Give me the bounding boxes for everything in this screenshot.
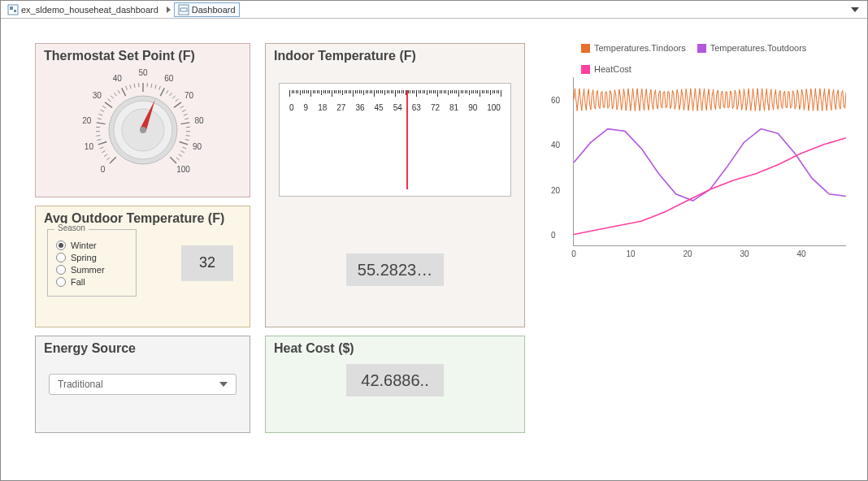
svg-line-12: [96, 136, 100, 136]
chevron-right-icon: [167, 6, 171, 13]
chart: Temperatures.TindoorsTemperatures.Toutdo…: [545, 43, 854, 271]
breadcrumb-seg-dashboard[interactable]: Dashboard: [174, 2, 240, 17]
breadcrumb-dropdown[interactable]: [851, 7, 859, 12]
radio-icon: [56, 253, 66, 262]
svg-line-55: [170, 157, 176, 163]
svg-line-32: [150, 84, 151, 88]
gauge-tick-label: 0: [289, 103, 294, 112]
svg-line-9: [99, 147, 103, 149]
radio-icon: [56, 240, 66, 250]
gauge-tick-label: 72: [431, 103, 440, 112]
svg-line-11: [97, 140, 101, 141]
thermostat-knob[interactable]: 0102030405060708090100: [36, 63, 250, 184]
energy-source-select[interactable]: Traditional: [49, 374, 237, 395]
svg-text:80: 80: [194, 116, 204, 125]
svg-line-36: [166, 90, 168, 93]
season-option-summer[interactable]: Summer: [56, 265, 128, 275]
x-tick-label: 10: [626, 249, 635, 258]
gauge-tick-label: 63: [412, 103, 421, 112]
y-tick-label: 60: [551, 95, 560, 104]
legend-label: Temperatures.Tindoors: [594, 43, 686, 53]
legend-swatch: [581, 65, 590, 74]
indoor-value: 55.2823…: [346, 254, 444, 286]
svg-text:60: 60: [164, 74, 174, 83]
svg-line-22: [111, 96, 113, 99]
season-option-fall[interactable]: Fall: [56, 277, 128, 287]
svg-line-51: [182, 147, 186, 149]
svg-line-27: [129, 84, 130, 89]
svg-line-28: [134, 84, 135, 88]
indoor-panel: Indoor Temperature (F) 09182736455463728…: [265, 43, 525, 327]
svg-text:70: 70: [184, 91, 194, 100]
svg-line-5: [109, 157, 115, 163]
energy-panel: Energy Source Traditional: [35, 336, 250, 433]
svg-line-43: [183, 114, 187, 115]
breadcrumb-label: Dashboard: [192, 5, 236, 15]
heatcost-value: 42.6886..: [346, 364, 444, 396]
radio-icon: [56, 277, 66, 287]
y-tick-label: 20: [551, 185, 560, 194]
x-tick-label: 40: [796, 249, 805, 258]
radio-icon: [56, 265, 66, 275]
gauge-tick-label: 90: [468, 103, 477, 112]
svg-line-20: [105, 102, 112, 107]
svg-line-8: [102, 151, 105, 153]
svg-line-54: [176, 158, 179, 160]
y-tick-label: 0: [551, 231, 556, 240]
radio-label: Summer: [71, 265, 105, 275]
svg-line-42: [181, 110, 185, 111]
radio-label: Winter: [71, 240, 97, 250]
svg-line-37: [169, 93, 171, 96]
svg-line-49: [184, 140, 189, 141]
svg-line-6: [106, 158, 110, 160]
season-group-label: Season: [54, 223, 89, 232]
svg-line-38: [172, 96, 175, 99]
legend-item: Temperatures.Toutdoors: [697, 43, 807, 53]
svg-text:50: 50: [138, 68, 148, 77]
svg-line-53: [178, 154, 181, 157]
legend-item: HeatCost: [581, 64, 631, 74]
gauge-tick-label: 27: [336, 103, 345, 112]
panel-title: Heat Cost ($): [266, 336, 524, 359]
svg-text:90: 90: [193, 142, 202, 151]
svg-line-17: [98, 114, 102, 115]
svg-line-33: [154, 84, 155, 89]
gauge-tick-label: 54: [393, 103, 402, 112]
svg-line-19: [102, 106, 106, 108]
breadcrumb-seg-model[interactable]: ex_sldemo_househeat_dashboard: [4, 3, 162, 16]
svg-line-39: [175, 99, 178, 102]
svg-line-10: [98, 142, 106, 145]
svg-line-25: [121, 88, 125, 96]
svg-line-45: [180, 123, 189, 124]
radio-label: Spring: [71, 253, 97, 262]
svg-line-52: [180, 151, 184, 153]
svg-line-16: [97, 119, 101, 119]
y-tick-label: 40: [551, 141, 560, 150]
gauge-needle: [406, 90, 408, 189]
legend-label: HeatCost: [594, 64, 631, 74]
svg-rect-2: [14, 10, 16, 12]
x-tick-label: 0: [571, 249, 576, 258]
svg-rect-1: [10, 6, 13, 10]
canvas[interactable]: Thermostat Set Point (F) 010203040506070…: [1, 19, 867, 480]
gauge-tick-label: 45: [375, 103, 384, 112]
gauge-tick-label: 36: [355, 103, 364, 112]
panel-title: Energy Source: [36, 336, 250, 359]
svg-line-44: [184, 119, 189, 119]
svg-text:0: 0: [100, 165, 105, 174]
x-tick-label: 20: [683, 249, 692, 258]
indoor-gauge: 09182736455463728190100: [279, 83, 511, 197]
x-tick-label: 30: [740, 249, 749, 258]
thermostat-panel: Thermostat Set Point (F) 010203040506070…: [35, 43, 250, 197]
legend-item: Temperatures.Tindoors: [581, 43, 686, 53]
svg-point-71: [140, 127, 146, 133]
radio-label: Fall: [71, 277, 85, 287]
legend-swatch: [581, 44, 590, 53]
panel-title: Indoor Temperature (F): [266, 44, 524, 67]
season-option-spring[interactable]: Spring: [56, 253, 128, 262]
svg-line-23: [114, 93, 116, 96]
svg-line-26: [125, 86, 127, 90]
breadcrumb-bar: ex_sldemo_househeat_dashboard Dashboard: [1, 1, 867, 19]
season-option-winter[interactable]: Winter: [56, 240, 128, 250]
gauge-tick-label: 81: [449, 103, 458, 112]
